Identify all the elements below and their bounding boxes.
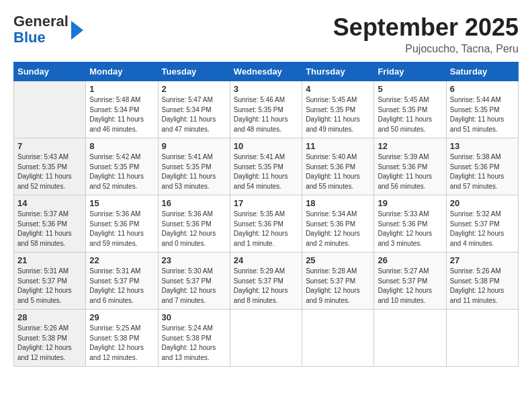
day-info: Sunrise: 5:26 AM Sunset: 5:38 PM Dayligh…: [450, 267, 515, 306]
logo-general: General: [13, 13, 69, 30]
day-number: 2: [162, 84, 226, 94]
weekday-header-thursday: Thursday: [302, 62, 374, 81]
day-number: 25: [306, 255, 370, 265]
calendar-cell: 16Sunrise: 5:36 AM Sunset: 5:36 PM Dayli…: [158, 195, 230, 253]
day-number: 12: [378, 141, 442, 151]
calendar-header: SundayMondayTuesdayWednesdayThursdayFrid…: [14, 62, 519, 81]
day-number: 6: [450, 84, 515, 94]
day-number: 18: [306, 198, 370, 208]
day-number: 29: [89, 312, 154, 322]
day-number: 24: [234, 255, 298, 265]
calendar-cell: 6Sunrise: 5:44 AM Sunset: 5:35 PM Daylig…: [446, 81, 518, 138]
calendar-cell: [230, 310, 302, 367]
day-number: 7: [17, 141, 82, 151]
calendar-cell: [14, 81, 86, 138]
calendar-cell: 27Sunrise: 5:26 AM Sunset: 5:38 PM Dayli…: [446, 253, 518, 310]
calendar-cell: 12Sunrise: 5:39 AM Sunset: 5:36 PM Dayli…: [374, 138, 446, 195]
calendar-table: SundayMondayTuesdayWednesdayThursdayFrid…: [13, 62, 519, 367]
day-info: Sunrise: 5:45 AM Sunset: 5:35 PM Dayligh…: [378, 95, 442, 134]
day-number: 13: [450, 141, 515, 151]
calendar-cell: 18Sunrise: 5:34 AM Sunset: 5:36 PM Dayli…: [302, 195, 374, 253]
calendar-cell: 2Sunrise: 5:47 AM Sunset: 5:34 PM Daylig…: [158, 81, 230, 138]
day-number: 14: [17, 198, 82, 208]
day-info: Sunrise: 5:29 AM Sunset: 5:37 PM Dayligh…: [234, 267, 298, 306]
day-info: Sunrise: 5:44 AM Sunset: 5:35 PM Dayligh…: [450, 95, 515, 134]
calendar-cell: 10Sunrise: 5:41 AM Sunset: 5:35 PM Dayli…: [230, 138, 302, 195]
weekday-header-friday: Friday: [374, 62, 446, 81]
day-number: 22: [89, 255, 154, 265]
day-number: 8: [89, 141, 154, 151]
day-info: Sunrise: 5:48 AM Sunset: 5:34 PM Dayligh…: [89, 95, 154, 134]
day-info: Sunrise: 5:46 AM Sunset: 5:35 PM Dayligh…: [234, 95, 298, 134]
day-number: 28: [17, 312, 82, 322]
calendar-cell: [446, 310, 518, 367]
day-number: 27: [450, 255, 515, 265]
day-number: 30: [162, 312, 226, 322]
logo-arrow-icon: [71, 21, 83, 40]
day-number: 3: [234, 84, 298, 94]
day-number: 5: [378, 84, 442, 94]
day-info: Sunrise: 5:38 AM Sunset: 5:36 PM Dayligh…: [450, 152, 515, 191]
calendar-cell: 8Sunrise: 5:42 AM Sunset: 5:35 PM Daylig…: [86, 138, 158, 195]
day-number: 10: [234, 141, 298, 151]
day-info: Sunrise: 5:40 AM Sunset: 5:36 PM Dayligh…: [306, 152, 370, 191]
day-info: Sunrise: 5:31 AM Sunset: 5:37 PM Dayligh…: [89, 267, 154, 306]
day-number: 21: [17, 255, 82, 265]
day-number: 1: [89, 84, 154, 94]
logo-blue: Blue: [13, 30, 69, 46]
day-info: Sunrise: 5:34 AM Sunset: 5:36 PM Dayligh…: [306, 210, 370, 248]
calendar-cell: 19Sunrise: 5:33 AM Sunset: 5:36 PM Dayli…: [374, 195, 446, 253]
calendar-cell: 22Sunrise: 5:31 AM Sunset: 5:37 PM Dayli…: [86, 253, 158, 310]
day-info: Sunrise: 5:41 AM Sunset: 5:35 PM Dayligh…: [234, 152, 298, 191]
weekday-header-monday: Monday: [86, 62, 158, 81]
day-info: Sunrise: 5:39 AM Sunset: 5:36 PM Dayligh…: [378, 152, 442, 191]
day-info: Sunrise: 5:30 AM Sunset: 5:37 PM Dayligh…: [162, 267, 226, 306]
day-number: 9: [162, 141, 226, 151]
day-number: 4: [306, 84, 370, 94]
calendar-body: 1Sunrise: 5:48 AM Sunset: 5:34 PM Daylig…: [14, 81, 519, 367]
day-info: Sunrise: 5:28 AM Sunset: 5:37 PM Dayligh…: [306, 267, 370, 306]
calendar-cell: 24Sunrise: 5:29 AM Sunset: 5:37 PM Dayli…: [230, 253, 302, 310]
calendar-cell: 15Sunrise: 5:36 AM Sunset: 5:36 PM Dayli…: [86, 195, 158, 253]
page-header: General Blue September 2025 Pujocucho, T…: [13, 13, 519, 55]
logo-text: General Blue: [13, 13, 83, 46]
day-info: Sunrise: 5:31 AM Sunset: 5:37 PM Dayligh…: [17, 267, 82, 306]
day-info: Sunrise: 5:25 AM Sunset: 5:38 PM Dayligh…: [89, 324, 154, 363]
weekday-header-row: SundayMondayTuesdayWednesdayThursdayFrid…: [14, 62, 519, 81]
location-subtitle: Pujocucho, Tacna, Peru: [333, 43, 519, 55]
calendar-cell: 4Sunrise: 5:45 AM Sunset: 5:35 PM Daylig…: [302, 81, 374, 138]
day-info: Sunrise: 5:41 AM Sunset: 5:35 PM Dayligh…: [162, 152, 226, 191]
day-info: Sunrise: 5:35 AM Sunset: 5:36 PM Dayligh…: [234, 210, 298, 248]
day-number: 15: [89, 198, 154, 208]
day-info: Sunrise: 5:47 AM Sunset: 5:34 PM Dayligh…: [162, 95, 226, 134]
weekday-header-sunday: Sunday: [14, 62, 86, 81]
calendar-week-row: 1Sunrise: 5:48 AM Sunset: 5:34 PM Daylig…: [14, 81, 519, 138]
calendar-cell: 3Sunrise: 5:46 AM Sunset: 5:35 PM Daylig…: [230, 81, 302, 138]
title-section: September 2025 Pujocucho, Tacna, Peru: [333, 13, 519, 55]
day-number: 26: [378, 255, 442, 265]
calendar-cell: 9Sunrise: 5:41 AM Sunset: 5:35 PM Daylig…: [158, 138, 230, 195]
calendar-cell: 23Sunrise: 5:30 AM Sunset: 5:37 PM Dayli…: [158, 253, 230, 310]
day-info: Sunrise: 5:27 AM Sunset: 5:37 PM Dayligh…: [378, 267, 442, 306]
day-info: Sunrise: 5:45 AM Sunset: 5:35 PM Dayligh…: [306, 95, 370, 134]
day-info: Sunrise: 5:36 AM Sunset: 5:36 PM Dayligh…: [162, 210, 226, 248]
logo: General Blue: [13, 13, 83, 46]
weekday-header-saturday: Saturday: [446, 62, 518, 81]
day-number: 20: [450, 198, 515, 208]
day-info: Sunrise: 5:32 AM Sunset: 5:37 PM Dayligh…: [450, 210, 515, 248]
calendar-cell: 1Sunrise: 5:48 AM Sunset: 5:34 PM Daylig…: [86, 81, 158, 138]
day-info: Sunrise: 5:24 AM Sunset: 5:38 PM Dayligh…: [162, 324, 226, 363]
calendar-week-row: 14Sunrise: 5:37 AM Sunset: 5:36 PM Dayli…: [14, 195, 519, 253]
month-title: September 2025: [333, 13, 519, 42]
calendar-cell: 21Sunrise: 5:31 AM Sunset: 5:37 PM Dayli…: [14, 253, 86, 310]
calendar-cell: 11Sunrise: 5:40 AM Sunset: 5:36 PM Dayli…: [302, 138, 374, 195]
calendar-cell: 30Sunrise: 5:24 AM Sunset: 5:38 PM Dayli…: [158, 310, 230, 367]
weekday-header-tuesday: Tuesday: [158, 62, 230, 81]
day-number: 23: [162, 255, 226, 265]
calendar-cell: [374, 310, 446, 367]
day-info: Sunrise: 5:43 AM Sunset: 5:35 PM Dayligh…: [17, 152, 82, 191]
day-number: 19: [378, 198, 442, 208]
calendar-cell: [302, 310, 374, 367]
day-info: Sunrise: 5:42 AM Sunset: 5:35 PM Dayligh…: [89, 152, 154, 191]
day-info: Sunrise: 5:36 AM Sunset: 5:36 PM Dayligh…: [89, 210, 154, 248]
